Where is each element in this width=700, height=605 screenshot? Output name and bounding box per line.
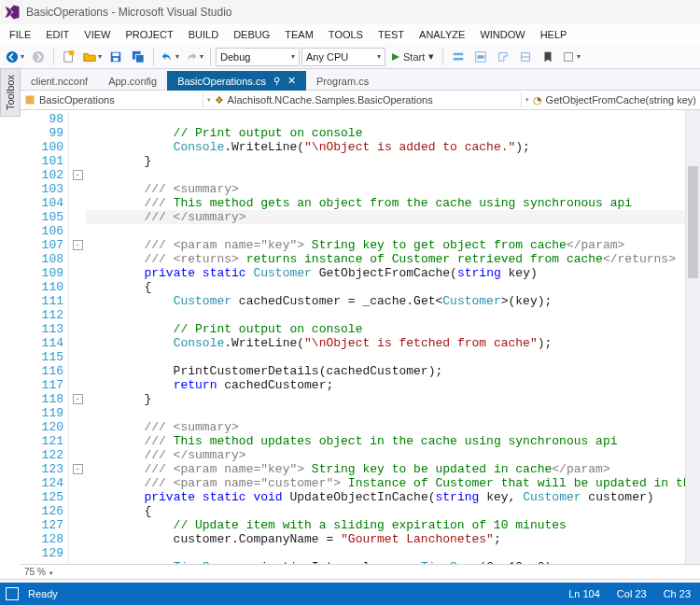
outlining-margin[interactable]: - - - - [69,110,86,564]
save-button[interactable] [105,48,126,66]
config-combo[interactable]: Debug▾ [216,48,300,66]
svg-rect-6 [113,57,118,61]
line-number-gutter: 9899100101102103104105106107108109110111… [21,110,69,564]
nav-fwd-button[interactable] [28,48,49,66]
status-col: Col 23 [617,588,647,599]
tb-icon-4[interactable] [515,48,536,66]
svg-rect-14 [26,96,35,105]
fold-box-icon[interactable]: - [73,394,83,404]
tool-bar: ▾ ▾ ▾ ▾ Debug▾ Any CPU▾ Start▾ ▾ [0,45,700,69]
new-project-button[interactable] [59,48,79,66]
toolbox-side-tab[interactable]: Toolbox [0,68,21,117]
platform-combo[interactable]: Any CPU▾ [301,48,385,66]
fold-box-icon[interactable]: - [73,464,83,474]
undo-button[interactable]: ▾ [159,48,181,66]
menu-edit[interactable]: EDIT [38,26,77,43]
fold-box-icon[interactable]: - [73,170,83,180]
tb-icon-5[interactable] [538,48,558,66]
svg-rect-8 [135,54,144,63]
svg-rect-9 [454,52,464,55]
menu-view[interactable]: VIEW [77,26,118,43]
code-editor[interactable]: 9899100101102103104105106107108109110111… [21,110,700,564]
start-debug-button[interactable]: Start▾ [387,48,438,66]
svg-rect-10 [454,57,464,60]
svg-point-0 [7,50,18,62]
method-icon: ◔ [533,94,542,106]
class-icon [24,94,35,106]
svg-rect-12 [478,55,484,59]
menu-bar: FILE EDIT VIEW PROJECT BUILD DEBUG TEAM … [0,24,700,45]
menu-analyze[interactable]: ANALYZE [412,26,472,43]
svg-rect-5 [113,52,119,56]
tab-basicoperations-cs[interactable]: BasicOperations.cs ⚲ ✕ [167,71,306,91]
menu-window[interactable]: WINDOW [472,26,532,43]
tb-icon-3[interactable] [493,48,513,66]
nav-namespace-combo[interactable]: ▾ ❖ Alachisoft.NCache.Samples.BasicOpera… [203,92,522,108]
document-tabs: client.ncconf App.config BasicOperations… [0,69,700,91]
namespace-icon: ❖ [215,94,224,106]
svg-rect-13 [565,52,573,61]
code-area[interactable]: // Print output on console Console.Write… [86,110,700,564]
status-ch: Ch 23 [664,588,691,599]
status-ln: Ln 104 [568,588,600,599]
tb-icon-2[interactable] [470,48,491,66]
scroll-thumb[interactable] [688,166,698,278]
title-bar: BasicOperations - Microsoft Visual Studi… [0,0,700,24]
editor-footer: 75 %▾ [21,564,700,579]
zoom-combo[interactable]: 75 %▾ [24,567,53,577]
status-ready: Ready [28,588,58,599]
nav-back-button[interactable]: ▾ [4,48,26,66]
menu-file[interactable]: FILE [2,26,38,43]
nav-method-combo[interactable]: ▾ ◔ GetObjectFromCache(string key) [522,92,700,108]
close-icon[interactable]: ✕ [287,75,296,87]
tab-app-config[interactable]: App.config [98,72,167,91]
window-title: BasicOperations - Microsoft Visual Studi… [26,6,232,19]
menu-build[interactable]: BUILD [181,26,226,43]
tab-program-cs[interactable]: Program.cs [306,72,379,91]
save-all-button[interactable] [128,48,148,66]
tab-client-ncconf[interactable]: client.ncconf [21,72,98,91]
menu-debug[interactable]: DEBUG [226,26,277,43]
tb-icon-1[interactable] [448,48,469,66]
svg-point-1 [33,50,44,62]
tb-icon-6[interactable]: ▾ [560,48,582,66]
open-file-button[interactable]: ▾ [81,48,104,66]
status-bar: Ready Ln 104 Col 23 Ch 23 [0,583,700,605]
svg-rect-3 [69,50,74,55]
status-indicator-icon [6,587,19,600]
menu-help[interactable]: HELP [533,26,575,43]
vs-icon [4,4,21,21]
nav-bar: BasicOperations ▾ ❖ Alachisoft.NCache.Sa… [21,91,700,110]
menu-test[interactable]: TEST [371,26,412,43]
vertical-scrollbar[interactable] [685,110,700,564]
menu-tools[interactable]: TOOLS [321,26,371,43]
redo-button[interactable]: ▾ [183,48,205,66]
menu-team[interactable]: TEAM [277,26,321,43]
nav-class-combo[interactable]: BasicOperations [21,92,203,107]
pin-icon[interactable]: ⚲ [273,76,280,86]
tab-label: BasicOperations.cs [177,76,266,87]
fold-box-icon[interactable]: - [73,240,83,250]
menu-project[interactable]: PROJECT [118,26,180,43]
